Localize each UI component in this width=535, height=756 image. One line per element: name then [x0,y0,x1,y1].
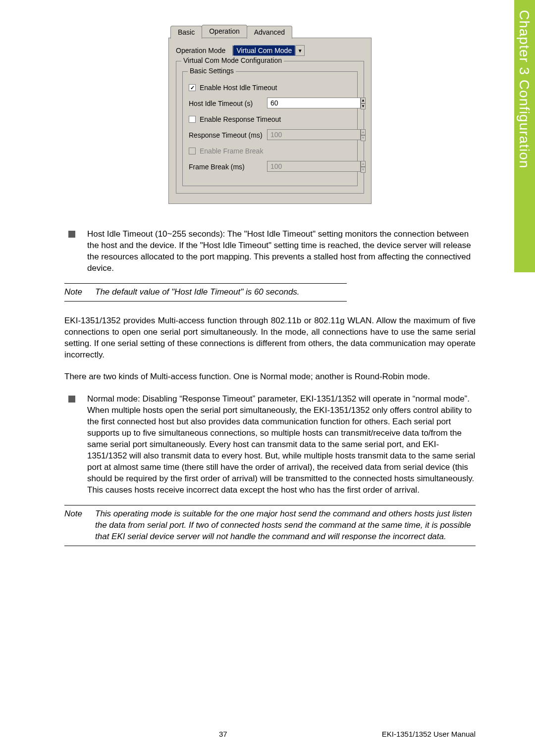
note-operating-mode: Note This operating mode is suitable for… [64,505,476,546]
response-input-row: Response Timeout (ms) ▲▼ [189,129,351,141]
frame-break-label: Frame Break (ms) [189,163,267,171]
vcom-config-legend: Virtual Com Mode Configuration [181,56,284,64]
frame-checkbox [189,148,196,154]
frame-spin-buttons: ▲▼ [361,161,366,173]
frame-check-label: Enable Frame Break [200,147,263,155]
tab-basic[interactable]: Basic [170,26,202,39]
bullet-icon [68,396,75,403]
operation-mode-dropdown[interactable]: Virtual Com Mode ▼ [232,45,305,56]
host-idle-input[interactable] [267,98,361,108]
page-number: 37 [219,730,227,738]
tab-advanced[interactable]: Advanced [247,26,292,39]
dialog-wrapper: Basic Operation Advanced Operation Mode … [64,25,476,204]
response-timeout-label: Response Timeout (ms) [189,131,267,139]
host-idle-input-row: Host Idle Timeout (s) ▲▼ [189,98,351,109]
note-default-value: Note The default value of "Host Idle Tim… [64,283,347,302]
para-multi-access: EKI-1351/1352 provides Multi-access func… [64,315,476,361]
bullet-normal-mode: Normal mode: Disabling “Response Timeout… [64,394,476,496]
response-check-label: Enable Response Timeout [200,115,281,123]
chapter-side-tab-text: Chapter 3 Configuration [516,10,532,168]
operation-mode-row: Operation Mode Virtual Com Mode ▼ [176,45,364,56]
host-idle-check-row: Enable Host Idle Timeout [189,84,351,92]
operation-dialog: Basic Operation Advanced Operation Mode … [168,25,372,204]
host-idle-timeout-label: Host Idle Timeout (s) [189,100,267,107]
tab-bar: Basic Operation Advanced [170,25,372,38]
bullet-host-idle-text: Host Idle Timeout (10~255 seconds): The … [87,229,476,274]
response-checkbox[interactable] [189,116,196,123]
frame-input [267,161,361,172]
vcom-config-fieldset: Virtual Com Mode Configuration Basic Set… [176,61,364,194]
page-content: Basic Operation Advanced Operation Mode … [0,0,535,546]
tab-pane: Operation Mode Virtual Com Mode ▼ Virtua… [168,38,372,204]
host-idle-check-label: Enable Host Idle Timeout [200,84,277,92]
frame-spinner: ▲▼ [267,161,351,173]
tab-operation[interactable]: Operation [202,25,247,38]
note-default-value-text: The default value of "Host Idle Timeout"… [95,287,347,298]
chevron-down-icon: ▼ [295,46,304,55]
note-label: Note [64,508,95,543]
frame-check-row: Enable Frame Break [189,147,351,155]
basic-settings-legend: Basic Settings [188,67,236,75]
chapter-side-tab: Chapter 3 Configuration [514,0,535,272]
operation-mode-value: Virtual Com Mode [233,45,295,56]
body-text: Host Idle Timeout (10~255 seconds): The … [64,229,476,546]
bullet-normal-mode-text: Normal mode: Disabling “Response Timeout… [87,394,476,496]
host-idle-spin-buttons[interactable]: ▲▼ [361,98,366,109]
manual-title: EKI-1351/1352 User Manual [382,730,476,738]
response-input [267,129,361,140]
basic-settings-fieldset: Basic Settings Enable Host Idle Timeout … [182,71,358,186]
bullet-host-idle: Host Idle Timeout (10~255 seconds): The … [64,229,476,274]
note-operating-mode-text: This operating mode is suitable for the … [95,508,476,543]
page-footer: 37 EKI-1351/1352 User Manual [0,730,535,738]
response-check-row: Enable Response Timeout [189,115,351,123]
frame-input-row: Frame Break (ms) ▲▼ [189,161,351,173]
host-idle-checkbox[interactable] [189,84,196,91]
operation-mode-label: Operation Mode [176,47,225,54]
note-label: Note [64,287,95,298]
host-idle-spinner: ▲▼ [267,98,351,109]
response-spin-buttons: ▲▼ [361,129,366,141]
para-two-kinds: There are two kinds of Multi-access func… [64,371,476,383]
bullet-icon [68,231,75,238]
response-spinner: ▲▼ [267,129,351,141]
